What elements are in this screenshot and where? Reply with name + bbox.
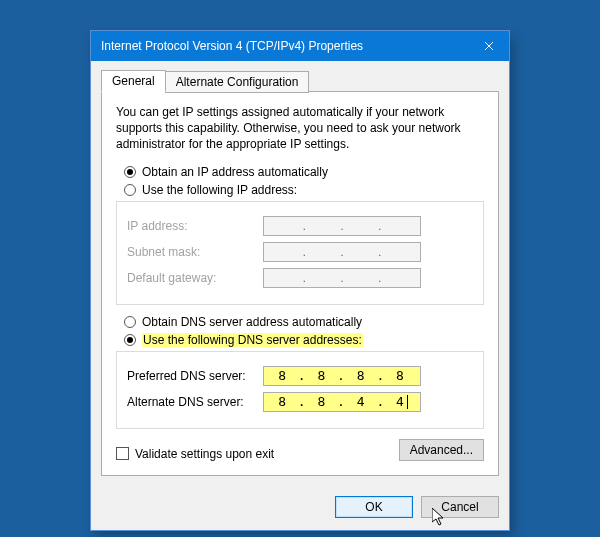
radio-dns-manual[interactable]: Use the following DNS server addresses:: [124, 333, 484, 347]
alternate-dns-input[interactable]: 8 . 8 . 4 . 4: [263, 392, 421, 412]
default-gateway-label: Default gateway:: [127, 271, 263, 285]
tab-alternate[interactable]: Alternate Configuration: [165, 71, 310, 93]
radio-ip-auto[interactable]: Obtain an IP address automatically: [124, 165, 484, 179]
dialog-footer: OK Cancel: [91, 486, 509, 530]
tabs: General Alternate Configuration: [101, 70, 499, 92]
default-gateway-input: ...: [263, 268, 421, 288]
radio-label: Obtain an IP address automatically: [142, 165, 328, 179]
text-caret: [407, 395, 408, 409]
subnet-mask-input: ...: [263, 242, 421, 262]
alternate-dns-label: Alternate DNS server:: [127, 395, 263, 409]
window-title: Internet Protocol Version 4 (TCP/IPv4) P…: [101, 39, 469, 53]
radio-dns-auto[interactable]: Obtain DNS server address automatically: [124, 315, 484, 329]
radio-label: Obtain DNS server address automatically: [142, 315, 362, 329]
radio-ip-manual[interactable]: Use the following IP address:: [124, 183, 484, 197]
titlebar[interactable]: Internet Protocol Version 4 (TCP/IPv4) P…: [91, 31, 509, 61]
preferred-dns-value: 8 . 8 . 8 . 8: [278, 368, 406, 383]
ip-fields-group: IP address: ... Subnet mask: ... Default…: [116, 201, 484, 305]
radio-icon: [124, 184, 136, 196]
subnet-mask-label: Subnet mask:: [127, 245, 263, 259]
checkbox-icon: [116, 447, 129, 460]
radio-label: Use the following DNS server addresses:: [142, 333, 363, 347]
ipv4-properties-dialog: Internet Protocol Version 4 (TCP/IPv4) P…: [90, 30, 510, 531]
radio-icon: [124, 166, 136, 178]
ip-address-label: IP address:: [127, 219, 263, 233]
tab-general[interactable]: General: [101, 70, 166, 92]
preferred-dns-input[interactable]: 8 . 8 . 8 . 8: [263, 366, 421, 386]
advanced-button[interactable]: Advanced...: [399, 439, 484, 461]
close-button[interactable]: [469, 31, 509, 61]
dns-fields-group: Preferred DNS server: 8 . 8 . 8 . 8 Alte…: [116, 351, 484, 429]
radio-label: Use the following IP address:: [142, 183, 297, 197]
preferred-dns-label: Preferred DNS server:: [127, 369, 263, 383]
ip-address-input: ...: [263, 216, 421, 236]
general-panel: You can get IP settings assigned automat…: [101, 91, 499, 476]
validate-checkbox[interactable]: Validate settings upon exit: [116, 447, 274, 461]
close-icon: [484, 41, 494, 51]
validate-label: Validate settings upon exit: [135, 447, 274, 461]
radio-icon: [124, 316, 136, 328]
cancel-button[interactable]: Cancel: [421, 496, 499, 518]
intro-text: You can get IP settings assigned automat…: [116, 104, 484, 153]
alternate-dns-value: 8 . 8 . 4 . 4: [278, 394, 406, 409]
ok-button[interactable]: OK: [335, 496, 413, 518]
radio-icon: [124, 334, 136, 346]
